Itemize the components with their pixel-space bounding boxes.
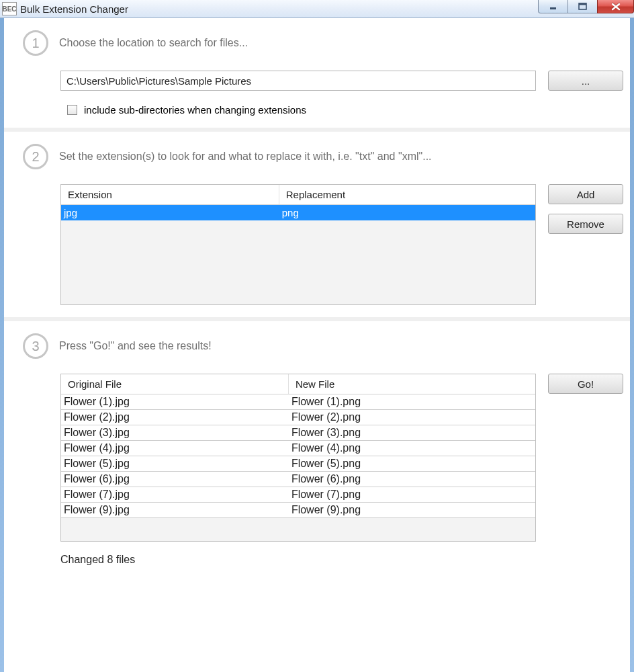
res-col-header-original[interactable]: Original File <box>61 374 289 394</box>
res-col-header-new[interactable]: New File <box>289 374 535 394</box>
include-subdirs-checkbox[interactable] <box>67 105 77 115</box>
result-row[interactable]: Flower (7).jpgFlower (7).png <box>61 487 535 503</box>
window-controls <box>539 0 634 13</box>
result-row[interactable]: Flower (1).jpgFlower (1).png <box>61 394 535 410</box>
results-table[interactable]: Original File New File Flower (1).jpgFlo… <box>60 374 536 542</box>
ext-col-header-extension[interactable]: Extension <box>61 185 279 204</box>
maximize-button[interactable] <box>568 0 598 13</box>
step3-heading: Press "Go!" and see the results! <box>59 340 212 352</box>
step1-section: 1 Choose the location to search for file… <box>4 18 630 128</box>
remove-button[interactable]: Remove <box>548 214 623 234</box>
result-row[interactable]: Flower (6).jpgFlower (6).png <box>61 472 535 487</box>
original-file-cell: Flower (4).jpg <box>61 441 289 456</box>
original-file-cell: Flower (7).jpg <box>61 487 289 502</box>
result-row[interactable]: Flower (9).jpgFlower (9).png <box>61 503 535 518</box>
extension-row[interactable]: jpgpng <box>61 205 535 220</box>
original-file-cell: Flower (1).jpg <box>61 394 289 409</box>
close-icon <box>611 3 621 11</box>
extension-table[interactable]: Extension Replacement jpgpng <box>60 184 536 305</box>
new-file-cell: Flower (6).png <box>289 472 535 487</box>
window-title: Bulk Extension Changer <box>20 3 128 15</box>
result-row[interactable]: Flower (5).jpgFlower (5).png <box>61 456 535 472</box>
step3-number: 3 <box>23 333 48 359</box>
original-file-cell: Flower (6).jpg <box>61 472 289 487</box>
browse-button[interactable]: ... <box>548 71 623 91</box>
extension-cell: jpg <box>61 205 279 220</box>
minimize-button[interactable] <box>538 0 568 13</box>
step2-section: 2 Set the extension(s) to look for and w… <box>4 132 630 317</box>
result-row[interactable]: Flower (2).jpgFlower (2).png <box>61 410 535 425</box>
app-icon: BEC <box>2 2 17 15</box>
add-button[interactable]: Add <box>548 184 623 204</box>
original-file-cell: Flower (2).jpg <box>61 410 289 425</box>
original-file-cell: Flower (9).jpg <box>61 503 289 517</box>
replacement-cell: png <box>279 205 535 220</box>
step2-heading: Set the extension(s) to look for and wha… <box>59 151 432 163</box>
new-file-cell: Flower (2).png <box>289 410 535 425</box>
minimize-icon <box>549 3 557 11</box>
step3-section: 3 Press "Go!" and see the results! Origi… <box>4 321 630 570</box>
status-text: Changed 8 files <box>60 554 623 566</box>
step1-number: 1 <box>23 30 48 56</box>
maximize-icon <box>578 3 587 10</box>
svg-rect-0 <box>550 7 556 9</box>
new-file-cell: Flower (4).png <box>289 441 535 456</box>
original-file-cell: Flower (3).jpg <box>61 425 289 440</box>
titlebar[interactable]: BEC Bulk Extension Changer <box>0 0 634 18</box>
path-input[interactable] <box>60 71 536 91</box>
go-button[interactable]: Go! <box>548 374 623 394</box>
new-file-cell: Flower (5).png <box>289 456 535 471</box>
client-area: 1 Choose the location to search for file… <box>4 18 630 672</box>
result-row[interactable]: Flower (3).jpgFlower (3).png <box>61 425 535 441</box>
new-file-cell: Flower (9).png <box>289 503 535 517</box>
step1-heading: Choose the location to search for files.… <box>59 37 248 49</box>
ext-col-header-replacement[interactable]: Replacement <box>279 185 535 204</box>
new-file-cell: Flower (7).png <box>289 487 535 502</box>
step2-number: 2 <box>23 144 48 169</box>
close-button[interactable] <box>597 0 634 13</box>
new-file-cell: Flower (1).png <box>289 394 535 409</box>
include-subdirs-label: include sub-directories when changing ex… <box>84 104 306 116</box>
new-file-cell: Flower (3).png <box>289 425 535 440</box>
svg-rect-2 <box>579 3 586 5</box>
original-file-cell: Flower (5).jpg <box>61 456 289 471</box>
result-row[interactable]: Flower (4).jpgFlower (4).png <box>61 441 535 456</box>
